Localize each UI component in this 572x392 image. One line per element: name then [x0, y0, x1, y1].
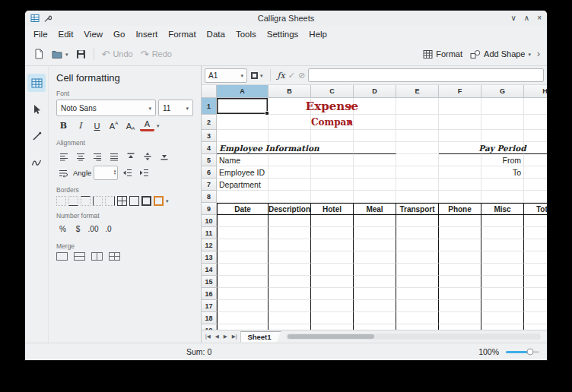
cell-E7[interactable] — [396, 179, 439, 191]
cell-F6[interactable] — [439, 166, 481, 179]
cell-F4[interactable] — [439, 142, 481, 154]
cell-C15[interactable] — [311, 276, 354, 288]
column-header-C[interactable]: C — [311, 85, 354, 98]
cell-A3[interactable] — [217, 130, 269, 142]
cell-E15[interactable] — [396, 276, 439, 288]
cell-A13[interactable] — [217, 251, 269, 264]
cell-E8[interactable] — [396, 191, 439, 203]
align-center-button[interactable] — [73, 149, 87, 163]
open-dropdown-caret-icon[interactable]: ▾ — [65, 52, 68, 57]
row-header-17[interactable]: 17 — [202, 300, 217, 312]
cell-C17[interactable] — [311, 300, 354, 312]
cell-H15[interactable] — [524, 276, 547, 288]
last-sheet-button[interactable]: ▶| — [230, 334, 240, 340]
cell-G1[interactable] — [481, 98, 524, 115]
cell-H1[interactable] — [524, 98, 547, 115]
cell-H13[interactable] — [524, 251, 547, 264]
merge-horizontal-icon[interactable] — [74, 252, 85, 261]
cell-C10[interactable] — [311, 215, 354, 227]
cell-G3[interactable] — [481, 130, 524, 142]
border-outline-icon[interactable] — [129, 196, 139, 206]
row-header-3[interactable]: 3 — [202, 130, 217, 142]
cell-C19[interactable] — [311, 324, 354, 330]
merge-vertical-icon[interactable] — [91, 252, 103, 261]
currency-format-button[interactable]: $ — [72, 222, 84, 236]
cell-F7[interactable] — [439, 179, 481, 191]
format-button[interactable]: Format — [419, 47, 466, 62]
cell-A9[interactable]: Date — [217, 203, 269, 215]
border-more-caret-icon[interactable]: ▾ — [166, 198, 169, 204]
cell-E3[interactable] — [396, 130, 439, 142]
cell-F12[interactable] — [439, 239, 481, 251]
row-header-18[interactable]: 18 — [202, 312, 217, 324]
cell-A18[interactable] — [217, 312, 269, 324]
cell-E12[interactable] — [396, 239, 439, 251]
align-left-button[interactable] — [56, 149, 71, 163]
close-button[interactable]: × — [537, 14, 542, 22]
font-more-caret-icon[interactable]: ▾ — [157, 123, 160, 128]
insert-function-button[interactable]: ƒx — [278, 71, 285, 81]
cell-C18[interactable] — [311, 312, 354, 324]
undo-button[interactable]: ↶ Undo — [98, 47, 137, 62]
cell-F1[interactable] — [439, 98, 481, 115]
cell-E2[interactable] — [396, 115, 439, 130]
cell-B14[interactable] — [269, 264, 311, 276]
cell-D17[interactable] — [354, 300, 396, 312]
apply-formula-button[interactable]: ✓ — [288, 71, 295, 81]
add-shape-button[interactable]: Add Shape ▾ — [466, 47, 535, 62]
cell-C8[interactable] — [311, 191, 354, 203]
cell-C9[interactable]: Hotel — [311, 203, 354, 215]
cell-A14[interactable] — [217, 264, 269, 276]
cell-H5[interactable] — [524, 154, 547, 166]
menu-view[interactable]: View — [78, 28, 108, 40]
previous-sheet-button[interactable]: ◀ — [213, 334, 221, 340]
cell-B1[interactable] — [269, 98, 311, 115]
cell-C1[interactable]: Expense — [311, 98, 354, 115]
cell-H12[interactable] — [524, 239, 547, 251]
cell-G16[interactable] — [481, 288, 524, 300]
cell-B10[interactable] — [269, 215, 311, 227]
cell-C13[interactable] — [311, 251, 354, 264]
font-color-button[interactable]: A — [140, 118, 154, 131]
cell-B19[interactable] — [269, 324, 311, 330]
cell-A11[interactable] — [217, 227, 269, 239]
cell-C2[interactable]: Compan — [311, 115, 354, 130]
cell-A2[interactable] — [217, 115, 269, 130]
row-header-13[interactable]: 13 — [202, 251, 217, 264]
cell-F19[interactable] — [439, 324, 481, 330]
horizontal-scrollbar[interactable] — [286, 334, 541, 340]
row-header-10[interactable]: 10 — [202, 215, 217, 227]
row-header-15[interactable]: 15 — [202, 276, 217, 288]
cell-F10[interactable] — [439, 215, 481, 227]
cell-C11[interactable] — [311, 227, 354, 239]
cell-D7[interactable] — [354, 179, 396, 191]
border-top-icon[interactable] — [81, 196, 91, 206]
cell-F8[interactable] — [439, 191, 481, 203]
cell-E9[interactable]: Transport — [396, 203, 439, 215]
cell-D3[interactable] — [354, 130, 396, 142]
cell-C14[interactable] — [311, 264, 354, 276]
cell-E1[interactable] — [396, 98, 439, 115]
cell-H16[interactable] — [524, 288, 547, 300]
cell-F14[interactable] — [439, 264, 481, 276]
align-justify-button[interactable] — [106, 149, 121, 163]
cell-F16[interactable] — [439, 288, 481, 300]
menu-file[interactable]: File — [28, 28, 53, 40]
row-header-8[interactable]: 8 — [202, 191, 217, 203]
cell-A6[interactable]: Employee ID — [217, 166, 269, 179]
row-header-11[interactable]: 11 — [202, 227, 217, 239]
font-size-select[interactable]: 11 ▾ — [158, 100, 193, 116]
cell-A12[interactable] — [217, 239, 269, 251]
border-none-icon[interactable] — [56, 196, 66, 206]
cell-H19[interactable] — [524, 324, 547, 330]
cell-H18[interactable] — [524, 312, 547, 324]
cell-H8[interactable] — [524, 191, 547, 203]
bold-button[interactable]: B — [56, 119, 71, 133]
cell-A15[interactable] — [217, 276, 269, 288]
cell-B5[interactable] — [269, 154, 311, 166]
indent-decrease-button[interactable] — [120, 166, 135, 180]
cell-B11[interactable] — [269, 227, 311, 239]
menu-insert[interactable]: Insert — [130, 28, 163, 40]
merge-cells-icon[interactable] — [56, 252, 68, 261]
cell-B15[interactable] — [269, 276, 311, 288]
